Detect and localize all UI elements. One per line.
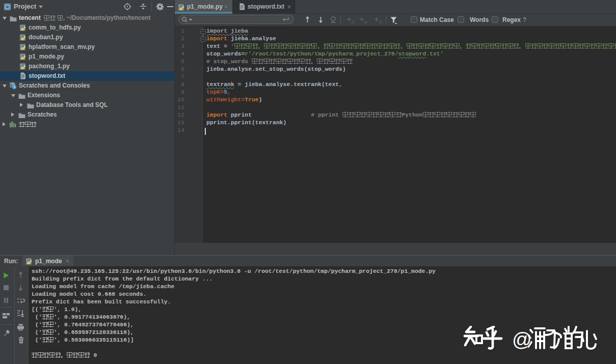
svg-text:@: @ <box>512 329 532 350</box>
